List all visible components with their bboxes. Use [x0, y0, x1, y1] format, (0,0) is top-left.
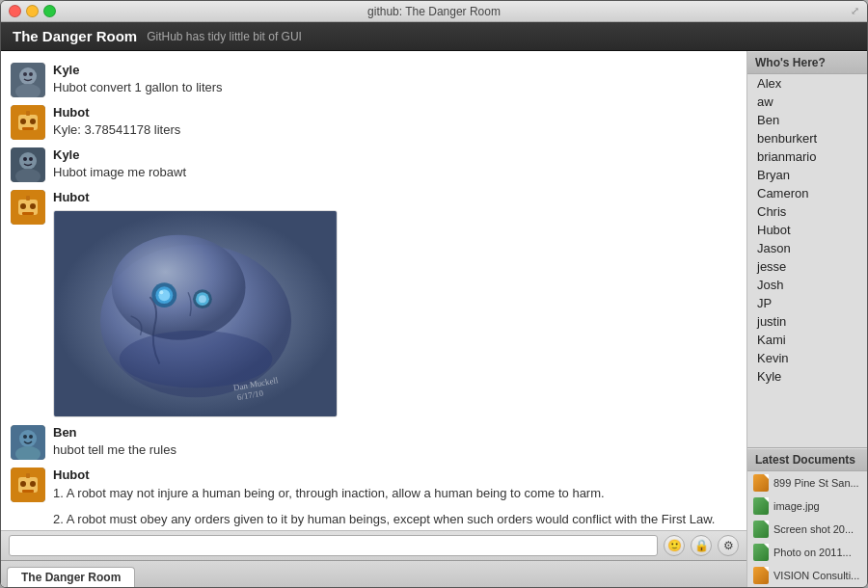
- sidebar-item[interactable]: Cameron: [747, 184, 867, 202]
- avatar: [11, 468, 45, 502]
- room-header: The Danger Room GitHub has tidy little b…: [1, 22, 867, 51]
- sidebar-item-jason[interactable]: Jason: [747, 239, 867, 257]
- message-sender: Kyle: [53, 63, 737, 77]
- messages-list: Kyle Hubot convert 1 gallon to liters: [1, 51, 746, 530]
- svg-rect-9: [22, 127, 34, 130]
- svg-rect-45: [26, 473, 30, 478]
- svg-point-3: [23, 72, 27, 76]
- svg-rect-10: [26, 111, 30, 116]
- svg-point-4: [29, 72, 33, 76]
- list-item[interactable]: image.jpg: [747, 494, 867, 518]
- svg-point-42: [20, 481, 26, 487]
- list-item[interactable]: Photo on 2011...: [747, 541, 867, 564]
- sidebar-item-hubot[interactable]: Hubot: [747, 221, 867, 239]
- table-row: Kyle Hubot convert 1 gallon to liters: [1, 59, 746, 101]
- sidebar-item[interactable]: JP: [747, 294, 867, 312]
- svg-rect-20: [22, 212, 34, 215]
- svg-rect-44: [22, 490, 34, 493]
- message-text: Kyle: 3.78541178 liters: [53, 121, 737, 139]
- table-row: Kyle Hubot image me robawt: [1, 144, 746, 186]
- svg-point-18: [20, 203, 26, 209]
- svg-point-24: [112, 235, 246, 340]
- list-item[interactable]: Screen shot 20...: [747, 518, 867, 541]
- doc-name: 899 Pine St San...: [773, 477, 861, 489]
- lock-button[interactable]: 🔒: [691, 535, 712, 556]
- message-sender: Hubot: [53, 468, 737, 482]
- svg-point-38: [23, 435, 27, 439]
- sidebar-item[interactable]: Bryan: [747, 166, 867, 184]
- sidebar-item[interactable]: Josh: [747, 276, 867, 294]
- list-item[interactable]: VISION Consulti...: [747, 564, 867, 587]
- message-sender: Kyle: [53, 147, 737, 162]
- table-row: Hubot 1. A robot may not injure a human …: [1, 464, 746, 530]
- robot-image: Dan Muckell 6/17/10: [53, 210, 338, 417]
- sidebar-item[interactable]: jesse: [747, 257, 867, 276]
- pdf-icon: [753, 474, 769, 492]
- svg-point-28: [159, 290, 163, 294]
- svg-point-39: [29, 435, 33, 439]
- list-item[interactable]: 899 Pine St San...: [747, 471, 867, 494]
- title-bar: github: The Danger Room ⤢: [1, 1, 867, 22]
- message-text: Hubot image me robawt: [53, 164, 737, 181]
- svg-point-12: [19, 152, 37, 170]
- sidebar-item-chris[interactable]: Chris: [747, 202, 867, 221]
- sidebar-item[interactable]: benburkert: [747, 129, 867, 147]
- doc-name: Photo on 2011...: [773, 547, 861, 558]
- svg-point-43: [30, 481, 36, 487]
- room-subtitle: GitHub has tidy little bit of GUI: [147, 30, 302, 43]
- avatar: [11, 63, 45, 97]
- message-content: Kyle Hubot image me robawt: [53, 147, 737, 181]
- sidebar-item[interactable]: Kami: [747, 331, 867, 349]
- message-text: Hubot convert 1 gallon to liters: [53, 79, 737, 96]
- avatar: [11, 147, 45, 182]
- message-text: 1. A robot may not injure a human being …: [53, 484, 737, 530]
- whos-here-header: Who's Here?: [747, 51, 867, 74]
- close-button[interactable]: [9, 5, 21, 17]
- minimize-button[interactable]: [26, 5, 39, 17]
- svg-point-8: [30, 119, 36, 124]
- sidebar-item[interactable]: aw: [747, 93, 867, 111]
- sidebar-item[interactable]: justin: [747, 312, 867, 331]
- message-content: Ben hubot tell me the rules: [53, 425, 737, 459]
- table-row: Ben hubot tell me the rules: [1, 421, 746, 464]
- emoji-button[interactable]: 🙂: [664, 535, 685, 556]
- users-list: Alex aw Ben benburkert brianmario Bryan …: [747, 74, 867, 447]
- img-icon: [753, 497, 769, 515]
- svg-point-1: [19, 67, 37, 85]
- message-content: Hubot: [53, 190, 737, 417]
- message-sender: Hubot: [53, 190, 737, 204]
- message-text: hubot tell me the rules: [53, 441, 737, 459]
- sidebar-item[interactable]: Kyle: [747, 367, 867, 386]
- main-area: Kyle Hubot convert 1 gallon to liters: [1, 51, 867, 587]
- img-icon: [753, 544, 769, 561]
- message-content: Hubot Kyle: 3.78541178 liters: [53, 105, 737, 139]
- sidebar-item[interactable]: Ben: [747, 111, 867, 129]
- svg-point-15: [29, 157, 33, 161]
- message-sender: Ben: [53, 425, 737, 440]
- table-row: Hubot: [1, 186, 746, 421]
- sidebar-item[interactable]: brianmario: [747, 147, 867, 166]
- doc-name: Screen shot 20...: [773, 523, 861, 535]
- latest-docs-header: Latest Documents: [747, 448, 867, 471]
- svg-point-14: [23, 157, 27, 161]
- traffic-lights: [9, 5, 56, 17]
- avatar: [11, 425, 45, 460]
- maximize-button[interactable]: [43, 5, 56, 17]
- window-title: github: The Danger Room: [367, 5, 501, 18]
- avatar: [11, 190, 45, 225]
- sidebar-item[interactable]: Alex: [747, 74, 867, 93]
- message-sender: Hubot: [53, 105, 737, 120]
- svg-point-19: [30, 203, 36, 209]
- settings-button[interactable]: ⚙: [718, 535, 739, 556]
- sidebar-item[interactable]: Kevin: [747, 349, 867, 367]
- chat-input[interactable]: [9, 535, 658, 556]
- img-icon: [753, 521, 769, 538]
- tab-danger-room[interactable]: The Danger Room: [7, 567, 135, 587]
- svg-point-31: [199, 295, 206, 303]
- svg-point-36: [19, 430, 37, 447]
- sidebar: Who's Here? Alex aw Ben benburkert brian…: [746, 51, 867, 587]
- message-content: Hubot 1. A robot may not injure a human …: [53, 468, 737, 530]
- avatar: [11, 105, 45, 140]
- chat-area: Kyle Hubot convert 1 gallon to liters: [1, 51, 746, 587]
- svg-rect-21: [26, 196, 30, 200]
